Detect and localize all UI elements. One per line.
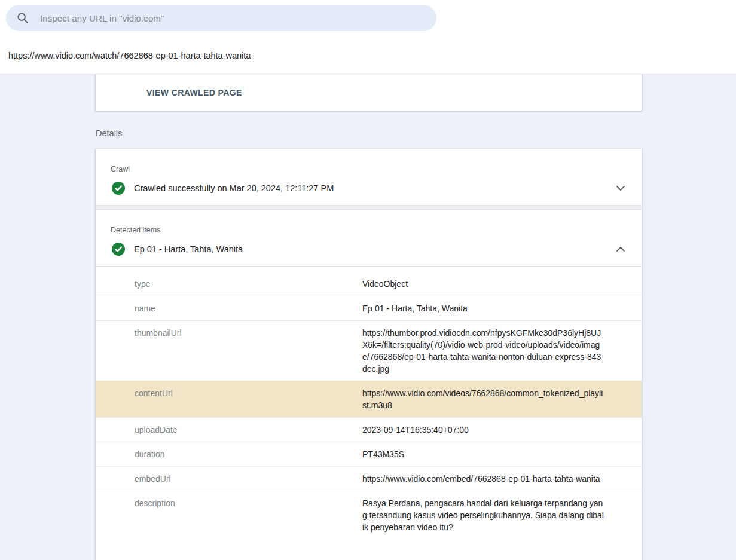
detected-items-section: Detected items Ep 01 - Harta, Tahta, Wan… <box>96 210 642 539</box>
property-value: https://www.vidio.com/videos/7662868/com… <box>362 387 604 411</box>
inspected-url: https://www.vidio.com/watch/7662868-ep-0… <box>8 51 251 60</box>
property-row[interactable]: embedUrl https://www.vidio.com/embed/766… <box>96 466 642 491</box>
crawl-section: Crawl Crawled successfully on Mar 20, 20… <box>96 149 642 205</box>
property-key: type <box>135 278 362 290</box>
crawl-section-label: Crawl <box>96 149 642 173</box>
property-key: name <box>135 302 362 314</box>
property-key: contentUrl <box>135 387 362 411</box>
property-value: VideoObject <box>362 278 604 290</box>
section-divider <box>96 205 642 210</box>
property-value: PT43M35S <box>362 448 604 460</box>
property-key: duration <box>135 448 362 460</box>
detected-item-properties-table: type VideoObject name Ep 01 - Harta, Tah… <box>96 266 642 539</box>
detected-item-row[interactable]: Ep 01 - Harta, Tahta, Wanita <box>96 234 642 266</box>
property-value: Ep 01 - Harta, Tahta, Wanita <box>362 302 604 314</box>
property-row[interactable]: thumbnailUrl https://thumbor.prod.vidioc… <box>96 320 642 381</box>
chevron-up-icon[interactable] <box>616 247 625 252</box>
search-placeholder: Inspect any URL in "vidio.com" <box>40 13 164 23</box>
property-row[interactable]: uploadDate 2023-09-14T16:35:40+07:00 <box>96 417 642 442</box>
property-value: Rasya Perdana, pengacara handal dari kel… <box>362 497 604 533</box>
crawl-status-text: Crawled successfully on Mar 20, 2024, 12… <box>134 183 616 193</box>
crawl-status-row[interactable]: Crawled successfully on Mar 20, 2024, 12… <box>96 173 642 205</box>
property-row[interactable]: type VideoObject <box>96 267 642 296</box>
chevron-down-icon[interactable] <box>616 186 625 191</box>
url-inspection-search-bar[interactable]: Inspect any URL in "vidio.com" <box>6 5 436 31</box>
property-row[interactable]: description Rasya Perdana, pengacara han… <box>96 491 642 539</box>
property-key: description <box>135 497 362 533</box>
header: Inspect any URL in "vidio.com" https://w… <box>0 0 736 74</box>
check-circle-icon <box>112 243 125 256</box>
property-row[interactable]: duration PT43M35S <box>96 442 642 466</box>
view-crawled-page-button[interactable]: VIEW CRAWLED PAGE <box>146 83 242 102</box>
property-key: embedUrl <box>135 473 362 485</box>
property-row[interactable]: contentUrl https://www.vidio.com/videos/… <box>96 381 642 417</box>
property-row[interactable]: name Ep 01 - Harta, Tahta, Wanita <box>96 296 642 320</box>
detected-items-section-label: Detected items <box>96 210 642 234</box>
property-value: https://thumbor.prod.vidiocdn.com/nfpysK… <box>362 327 604 375</box>
property-key: uploadDate <box>135 424 362 436</box>
details-heading: Details <box>96 128 642 138</box>
actions-card: VIEW CRAWLED PAGE <box>96 74 642 111</box>
check-circle-icon <box>112 182 125 195</box>
property-value: 2023-09-14T16:35:40+07:00 <box>362 424 604 436</box>
detected-item-title: Ep 01 - Harta, Tahta, Wanita <box>134 244 616 254</box>
property-key: thumbnailUrl <box>135 327 362 375</box>
details-card: Crawl Crawled successfully on Mar 20, 20… <box>96 149 642 560</box>
property-value: https://www.vidio.com/embed/7662868-ep-0… <box>362 473 604 485</box>
search-icon <box>17 12 29 24</box>
main-content: VIEW CRAWLED PAGE Details Crawl Crawled … <box>96 74 642 560</box>
